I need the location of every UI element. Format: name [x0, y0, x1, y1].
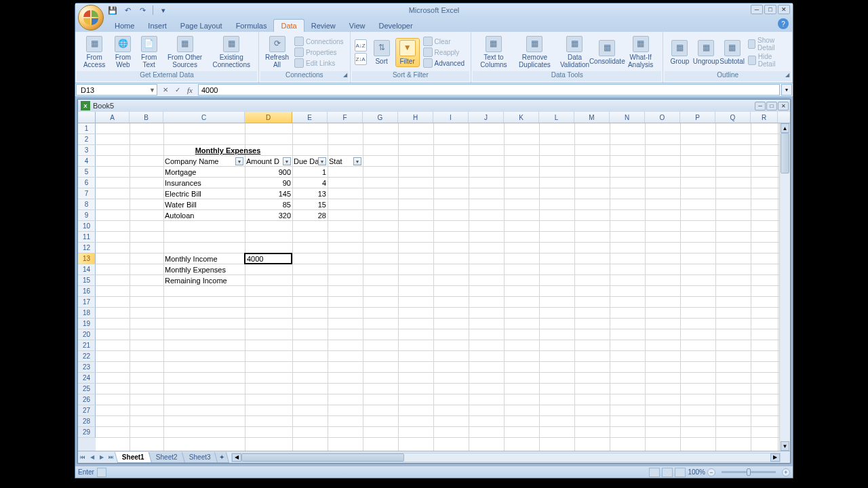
zoom-in-button[interactable]: +	[782, 468, 790, 476]
cell-amount-7[interactable]: 145	[245, 188, 292, 199]
qat-customize-icon[interactable]: ▾	[159, 5, 168, 15]
filter-company-button[interactable]: ▼	[235, 157, 243, 165]
subtotal-button[interactable]: ▦Subtotal	[720, 39, 745, 66]
row-header-12[interactable]: 12	[78, 243, 96, 253]
maximize-button[interactable]: □	[764, 5, 776, 14]
row-header-15[interactable]: 15	[78, 275, 96, 286]
sheet-nav-next[interactable]: ▶	[97, 453, 106, 462]
tab-developer[interactable]: Developer	[372, 20, 419, 32]
sheet-tab-3[interactable]: Sheet3	[181, 452, 218, 463]
row-header-24[interactable]: 24	[78, 373, 96, 384]
refresh-all-button[interactable]: ⟳Refresh All	[263, 35, 291, 70]
reapply-button[interactable]: Reapply	[421, 47, 467, 58]
sort-asc-button[interactable]: A↓Z	[355, 39, 367, 52]
tab-page-layout[interactable]: Page Layout	[174, 20, 229, 32]
sheet-nav-prev[interactable]: ◀	[87, 453, 97, 462]
col-header-D[interactable]: D	[245, 112, 292, 123]
enter-edit-button[interactable]: ✓	[173, 85, 182, 95]
sort-desc-button[interactable]: Z↓A	[355, 53, 367, 65]
row-header-20[interactable]: 20	[78, 329, 96, 340]
help-icon[interactable]: ?	[778, 18, 789, 29]
row-header-22[interactable]: 22	[78, 351, 96, 362]
col-header-Q[interactable]: Q	[715, 112, 751, 123]
vscroll-thumb[interactable]	[781, 133, 789, 174]
formula-expand-button[interactable]: ▾	[781, 84, 792, 96]
redo-icon[interactable]: ↷	[138, 5, 147, 15]
row-header-1[interactable]: 1	[78, 123, 96, 134]
cell-remaining-income-label[interactable]: Remaining Income	[163, 275, 245, 286]
name-box-dropdown-icon[interactable]: ▼	[149, 87, 155, 94]
col-header-R[interactable]: R	[751, 112, 778, 123]
filter-button[interactable]: ▼Filter	[395, 38, 420, 67]
row-header-29[interactable]: 29	[78, 427, 96, 438]
cell-company-8[interactable]: Water Bill	[163, 199, 245, 210]
zoom-level[interactable]: 100%	[688, 468, 705, 476]
show-detail-button[interactable]: Show Detail	[746, 36, 788, 52]
tab-data[interactable]: Data	[273, 19, 304, 32]
row-header-11[interactable]: 11	[78, 232, 96, 243]
zoom-slider[interactable]	[722, 471, 776, 473]
row-header-25[interactable]: 25	[78, 384, 96, 394]
normal-view-button[interactable]	[649, 468, 660, 477]
save-icon[interactable]: 💾	[108, 5, 117, 15]
tab-formulas[interactable]: Formulas	[229, 20, 274, 32]
wb-maximize-button[interactable]: □	[766, 102, 777, 110]
col-header-P[interactable]: P	[680, 112, 715, 123]
formula-input[interactable]: 4000	[198, 84, 780, 96]
cell-amount-5[interactable]: 900	[245, 167, 292, 178]
row-header-18[interactable]: 18	[78, 308, 96, 319]
filter-amount-button[interactable]: ▼	[283, 157, 291, 165]
page-break-view-button[interactable]	[675, 468, 686, 477]
properties-button[interactable]: Properties	[292, 47, 346, 58]
from-web-button[interactable]: 🌐From Web	[111, 35, 136, 70]
row-header-23[interactable]: 23	[78, 362, 96, 373]
tab-view[interactable]: View	[342, 20, 372, 32]
cell-duedate-7[interactable]: 13	[292, 188, 328, 199]
launcher-icon[interactable]: ◢	[343, 72, 347, 78]
horizontal-scrollbar[interactable]: ◀ ▶	[231, 453, 781, 462]
row-header-5[interactable]: 5	[78, 167, 96, 178]
macro-record-icon[interactable]	[97, 468, 106, 477]
active-cell-d13[interactable]: 4000	[244, 253, 292, 264]
cell-duedate-8[interactable]: 15	[292, 199, 328, 210]
col-header-L[interactable]: L	[539, 112, 574, 123]
cell-amount-8[interactable]: 85	[245, 199, 292, 210]
col-header-N[interactable]: N	[610, 112, 645, 123]
from-other-button[interactable]: ▦From Other Sources	[163, 35, 208, 70]
clear-button[interactable]: Clear	[421, 36, 467, 47]
cell-company-9[interactable]: Autoloan	[163, 210, 245, 221]
cell-duedate-5[interactable]: 1	[292, 167, 328, 178]
row-header-28[interactable]: 28	[78, 416, 96, 427]
group-button[interactable]: ▦Group	[667, 39, 692, 66]
cell-company-7[interactable]: Electric Bill	[163, 188, 245, 199]
scroll-up-icon[interactable]: ▲	[781, 123, 789, 133]
from-access-button[interactable]: ▦From Access	[79, 35, 109, 70]
row-header-8[interactable]: 8	[78, 199, 96, 210]
sheet-tab-1[interactable]: Sheet1	[115, 452, 152, 463]
row-header-9[interactable]: 9	[78, 210, 96, 221]
cell-monthly-expenses-label[interactable]: Monthly Expenses	[163, 264, 245, 275]
cells-area[interactable]: Monthly ExpensesCompany Name▼Amount D▼Du…	[96, 123, 790, 451]
row-header-13[interactable]: 13	[78, 253, 96, 264]
row-header-27[interactable]: 27	[78, 405, 96, 416]
hide-detail-button[interactable]: Hide Detail	[746, 52, 788, 68]
col-header-O[interactable]: O	[645, 112, 680, 123]
filter-status-button[interactable]: ▼	[353, 157, 361, 165]
remove-duplicates-button[interactable]: ▦Remove Duplicates	[513, 35, 557, 70]
col-header-H[interactable]: H	[398, 112, 433, 123]
from-text-button[interactable]: 📄From Text	[137, 35, 161, 70]
tab-insert[interactable]: Insert	[141, 20, 174, 32]
editing-text[interactable]: 4000	[245, 254, 291, 264]
sheet-nav-first[interactable]: ⏮	[78, 453, 87, 462]
wb-minimize-button[interactable]: ─	[755, 102, 766, 110]
col-header-A[interactable]: A	[96, 112, 130, 123]
row-header-3[interactable]: 3	[78, 145, 96, 156]
cell-duedate-9[interactable]: 28	[292, 210, 328, 221]
tab-home[interactable]: Home	[108, 20, 141, 32]
consolidate-button[interactable]: ▦Consolidate	[593, 39, 621, 66]
sheet-tab-2[interactable]: Sheet2	[149, 452, 185, 463]
wb-close-button[interactable]: ✕	[778, 102, 789, 110]
cancel-edit-button[interactable]: ✕	[161, 85, 170, 95]
tab-review[interactable]: Review	[304, 20, 342, 32]
office-button[interactable]	[78, 5, 104, 30]
